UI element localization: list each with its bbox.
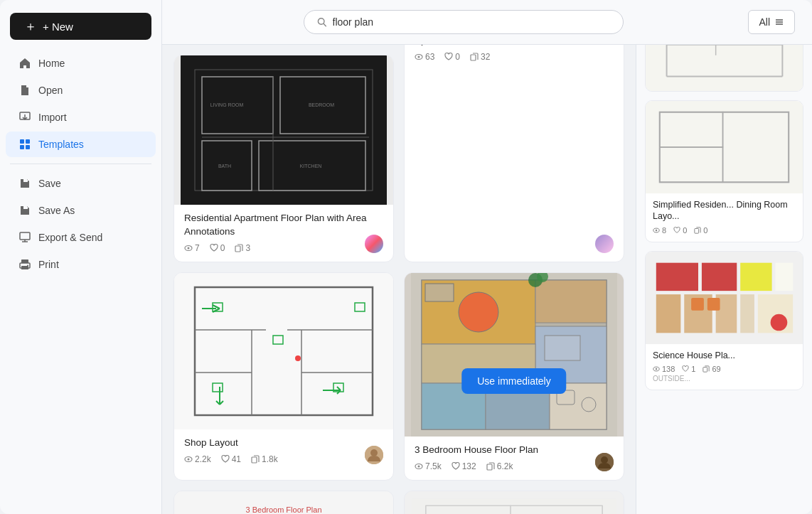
svg-rect-71 xyxy=(545,336,580,360)
sidebar-home-label: Home xyxy=(38,58,65,69)
svg-rect-128 xyxy=(703,367,707,372)
cards-grid: LIVING ROOM BEDROOM BATH KITCHEN Residen… xyxy=(173,55,624,262)
residential-likes: 0 xyxy=(210,243,225,253)
sidebar-item-print[interactable]: Print xyxy=(6,252,156,277)
right-card-simplified-title: Simplified Residen... Dining Room Layo..… xyxy=(653,199,796,223)
svg-rect-36 xyxy=(471,55,476,60)
shop-avatar-img xyxy=(365,446,383,464)
svg-point-82 xyxy=(418,465,420,467)
filter-button[interactable]: All xyxy=(748,10,795,34)
eye-icon-bedroom3 xyxy=(415,462,423,471)
right-card-simplified-info: Simplified Residen... Dining Room Layo..… xyxy=(646,193,803,242)
copy-icon xyxy=(235,244,243,252)
svg-point-125 xyxy=(771,314,788,331)
search-input[interactable] xyxy=(333,16,611,28)
new-button-label: + New xyxy=(43,21,73,33)
svg-text:BATH: BATH xyxy=(218,164,231,168)
bottom-card-2-svg xyxy=(412,498,616,514)
svg-point-61 xyxy=(188,458,190,460)
sidebar: ＋ + New Home Open Import Templates Save xyxy=(0,0,162,514)
svg-point-59 xyxy=(295,355,301,361)
svg-rect-8 xyxy=(21,266,28,269)
sidebar-item-templates[interactable]: Templates xyxy=(6,132,156,157)
right-card-science-tag: OUTSIDE... xyxy=(653,375,796,382)
card-residential-meta: 7 0 3 xyxy=(184,243,383,253)
bedroom3-copies: 6.2k xyxy=(486,461,513,471)
svg-text:3 Bedroom Floor Plan: 3 Bedroom Floor Plan xyxy=(246,505,322,514)
right-column: Simplified Residen... Dining Room Layo..… xyxy=(636,45,812,514)
right-thumb-simplified xyxy=(646,101,803,193)
sidebar-item-home[interactable]: Home xyxy=(6,50,156,76)
card-bedroom3-meta: 7.5k 132 6.2k xyxy=(415,461,614,471)
eye-icon-science xyxy=(653,365,660,373)
card-apartment-title: Apartment xyxy=(415,45,614,48)
card-bottom-1-thumb: 3 Bedroom Floor Plan 3 Bedroom Floor Pla… xyxy=(174,491,393,514)
card-shop-avatar xyxy=(365,446,383,464)
svg-rect-68 xyxy=(535,280,607,323)
bottom-card-1-svg: 3 Bedroom Floor Plan xyxy=(174,491,393,514)
card-bottom-2[interactable] xyxy=(404,491,624,514)
search-bar[interactable] xyxy=(304,10,624,34)
sidebar-item-import[interactable]: Import xyxy=(6,105,156,130)
residential-floor-plan-svg: LIVING ROOM BEDROOM BATH KITCHEN xyxy=(174,55,393,205)
cards-scroll: LIVING ROOM BEDROOM BATH KITCHEN Residen… xyxy=(162,45,636,514)
top-bar: All xyxy=(162,0,812,45)
residential-views: 7 xyxy=(184,243,200,253)
svg-rect-2 xyxy=(26,139,30,144)
sidebar-print-label: Print xyxy=(38,259,59,270)
card-apartment-meta: 63 0 32 xyxy=(415,52,614,62)
card-bedroom3[interactable]: Use immediately 3 Bedroom House Floor Pl… xyxy=(404,272,624,481)
sidebar-item-open[interactable]: Open xyxy=(6,77,156,103)
right-card-science[interactable]: Science House Pla... 138 1 xyxy=(645,251,803,390)
card-residential-avatar xyxy=(365,235,383,253)
svg-rect-95 xyxy=(646,45,803,90)
sidebar-item-save[interactable]: Save xyxy=(6,171,156,196)
right-card-simplified[interactable]: Simplified Residen... Dining Room Layo..… xyxy=(645,100,803,242)
right-card-apartment-top[interactable] xyxy=(645,45,803,92)
svg-text:KITCHEN: KITCHEN xyxy=(300,164,322,168)
right-card-simplified-meta: 8 0 0 xyxy=(653,226,796,235)
use-immediately-button[interactable]: Use immediately xyxy=(461,368,566,394)
sidebar-item-saveas[interactable]: Save As xyxy=(6,198,156,223)
sidebar-item-export[interactable]: Export & Send xyxy=(6,225,156,250)
shop-copies: 1.8k xyxy=(251,454,278,464)
simplified-likes: 0 xyxy=(673,226,687,235)
import-icon xyxy=(18,111,31,124)
saveas-icon xyxy=(18,204,31,217)
card-apartment-avatar xyxy=(595,235,614,253)
card-shop-meta: 2.2k 41 1.8k xyxy=(184,454,383,464)
sidebar-export-label: Export & Send xyxy=(38,232,102,243)
card-shop-thumb xyxy=(174,273,393,429)
cards-row-3: 3 Bedroom Floor Plan 3 Bedroom Floor Pla… xyxy=(173,491,624,514)
right-simplified-svg xyxy=(646,101,803,193)
card-bottom-2-thumb xyxy=(405,491,624,514)
science-likes: 1 xyxy=(682,365,695,373)
card-shop[interactable]: Shop Layout 2.2k 41 xyxy=(173,272,394,481)
svg-rect-3 xyxy=(20,145,24,149)
simplified-copies: 0 xyxy=(694,226,707,235)
svg-point-85 xyxy=(601,456,608,464)
svg-rect-112 xyxy=(695,228,699,233)
sidebar-saveas-label: Save As xyxy=(38,205,75,216)
simplified-views: 8 xyxy=(653,226,666,235)
main-area: All xyxy=(162,0,812,514)
templates-icon xyxy=(18,138,31,151)
svg-rect-83 xyxy=(487,464,492,470)
card-apartment[interactable]: Apartment 63 0 xyxy=(404,45,624,262)
card-bottom-1[interactable]: 3 Bedroom Floor Plan 3 Bedroom Floor Pla… xyxy=(173,491,394,514)
menu-icon xyxy=(774,17,784,27)
new-button[interactable]: ＋ + New xyxy=(10,13,151,40)
filter-label: All xyxy=(759,16,770,28)
sidebar-templates-label: Templates xyxy=(38,139,84,150)
card-residential[interactable]: LIVING ROOM BEDROOM BATH KITCHEN Residen… xyxy=(173,55,394,262)
cards-row-2: Shop Layout 2.2k 41 xyxy=(173,272,624,481)
export-icon xyxy=(18,231,31,244)
svg-rect-62 xyxy=(252,457,257,463)
eye-icon-shop xyxy=(184,455,193,464)
eye-icon-simplified xyxy=(653,227,660,234)
card-shop-info: Shop Layout 2.2k 41 xyxy=(174,429,393,473)
bedroom3-views: 7.5k xyxy=(415,461,442,471)
svg-rect-37 xyxy=(181,273,387,429)
heart-icon-shop xyxy=(221,455,230,464)
svg-point-127 xyxy=(656,368,658,370)
